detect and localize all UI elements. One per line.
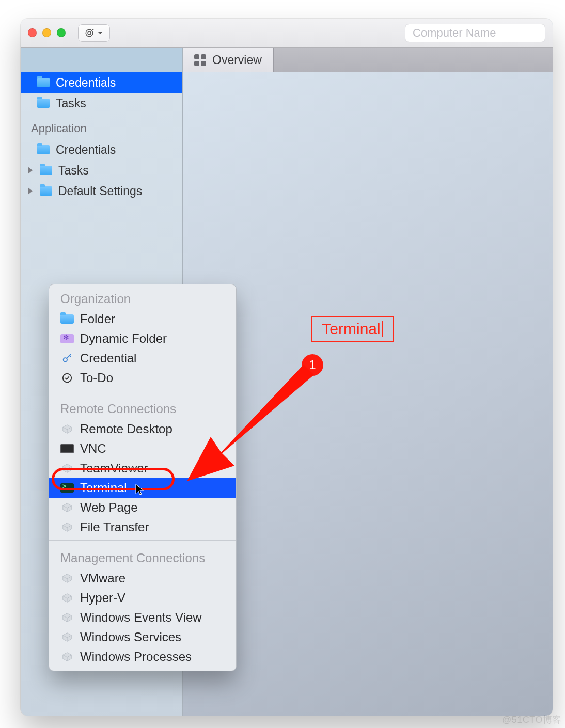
popup-item-label: Remote Desktop (80, 422, 172, 436)
popup-section-organization: Organization (49, 284, 236, 309)
chevron-down-icon (97, 30, 103, 36)
svg-point-1 (88, 31, 91, 35)
box-icon (60, 631, 74, 643)
popup-item-win-events[interactable]: Windows Events View (49, 608, 236, 627)
popup-item-hyperv[interactable]: Hyper-V (49, 588, 236, 608)
svg-point-3 (63, 374, 72, 383)
popup-section-management: Management Connections (49, 544, 236, 568)
popup-item-dynamic-folder[interactable]: Dynamic Folder (49, 329, 236, 349)
sidebar-item-app-credentials[interactable]: Credentials (21, 139, 182, 160)
watermark-text: @51CTO博客 (502, 714, 562, 726)
popup-item-teamviewer[interactable]: TeamViewer (49, 458, 236, 478)
sidebar-item-label: Tasks (58, 164, 89, 178)
sidebar-item-label: Credentials (56, 76, 116, 90)
popup-item-win-processes[interactable]: Windows Processes (49, 647, 236, 667)
sidebar-section-application: Application (21, 114, 182, 139)
annotation-step-badge: 1 (302, 354, 323, 376)
popup-item-label: Windows Processes (80, 650, 192, 664)
active-server-chip[interactable] (21, 48, 183, 72)
close-window-button[interactable] (28, 28, 37, 37)
box-icon (60, 521, 74, 533)
box-icon (60, 573, 74, 584)
titlebar: Computer Name (21, 19, 553, 48)
annotation-badge-number: 1 (309, 358, 316, 372)
folder-icon (37, 99, 50, 108)
popup-item-label: Windows Services (80, 630, 181, 644)
popup-item-web-page[interactable]: Web Page (49, 498, 236, 517)
disclosure-triangle-icon[interactable] (28, 187, 33, 195)
box-icon (60, 651, 74, 662)
popup-item-label: To-Do (80, 371, 113, 385)
target-dropdown-button[interactable] (78, 24, 110, 42)
sidebar-item-label: Credentials (56, 143, 116, 157)
popup-item-credential[interactable]: Credential (49, 349, 236, 368)
popup-item-label: Terminal (80, 481, 127, 495)
popup-item-label: Windows Events View (80, 610, 202, 625)
popup-item-label: VNC (80, 441, 106, 456)
popup-section-remote: Remote Connections (49, 394, 236, 419)
header-row: Overview (21, 48, 553, 72)
folder-icon (60, 314, 74, 324)
box-icon (60, 463, 74, 474)
text-caret-icon (382, 321, 383, 337)
popup-item-win-services[interactable]: Windows Services (49, 627, 236, 647)
sidebar-item-tasks[interactable]: Tasks (21, 93, 182, 114)
popup-item-label: VMware (80, 571, 125, 585)
sidebar-item-default-settings[interactable]: Default Settings (21, 181, 182, 201)
dynamic-folder-icon (60, 334, 74, 343)
popup-item-file-transfer[interactable]: File Transfer (49, 517, 236, 537)
folder-icon (40, 166, 52, 175)
popup-item-todo[interactable]: To-Do (49, 368, 236, 388)
popup-item-vmware[interactable]: VMware (49, 568, 236, 588)
box-icon (60, 423, 74, 435)
sidebar-item-credentials[interactable]: Credentials (21, 72, 182, 93)
target-icon (85, 28, 94, 38)
zoom-window-button[interactable] (57, 28, 66, 37)
popup-item-terminal[interactable]: Terminal (49, 478, 236, 498)
new-connection-popup: Organization Folder Dynamic Folder Crede… (49, 284, 237, 671)
search-placeholder: Computer Name (413, 26, 496, 40)
popup-item-label: Credential (80, 351, 136, 366)
window-traffic-lights (28, 28, 66, 37)
popup-divider (49, 540, 236, 541)
overview-grid-icon (194, 54, 206, 66)
sidebar-item-app-tasks[interactable]: Tasks (21, 160, 182, 181)
terminal-icon (60, 482, 74, 494)
key-icon (60, 353, 74, 364)
sidebar-item-label: Tasks (56, 97, 86, 110)
tab-overview[interactable]: Overview (183, 48, 274, 72)
search-input[interactable]: Computer Name (405, 24, 545, 42)
popup-item-label: Dynamic Folder (80, 331, 167, 346)
popup-item-remote-desktop[interactable]: Remote Desktop (49, 419, 236, 439)
tab-strip: Overview (183, 48, 553, 72)
popup-item-folder[interactable]: Folder (49, 309, 236, 329)
sidebar-item-label: Default Settings (58, 184, 142, 198)
minimize-window-button[interactable] (42, 28, 51, 37)
popup-item-label: File Transfer (80, 520, 149, 534)
box-icon (60, 612, 74, 623)
svg-point-2 (64, 358, 67, 361)
annotation-label: Terminal (322, 320, 380, 338)
annotation-label-box: Terminal (311, 316, 394, 342)
popup-item-vnc[interactable]: VNC (49, 439, 236, 458)
disclosure-triangle-icon[interactable] (28, 167, 33, 174)
box-icon (60, 502, 74, 513)
main-pane (183, 72, 553, 716)
tab-overview-label: Overview (212, 53, 262, 67)
popup-item-label: Hyper-V (80, 591, 125, 605)
box-icon (60, 592, 74, 604)
popup-divider (49, 391, 236, 391)
popup-item-label: Web Page (80, 500, 138, 515)
popup-item-label: Folder (80, 312, 115, 326)
folder-icon (40, 186, 52, 196)
app-window: Computer Name Overview Credentials (21, 19, 553, 716)
folder-icon (37, 145, 50, 154)
vnc-icon (60, 443, 74, 454)
folder-icon (37, 78, 50, 87)
popup-item-label: TeamViewer (80, 461, 148, 476)
check-circle-icon (60, 372, 74, 384)
